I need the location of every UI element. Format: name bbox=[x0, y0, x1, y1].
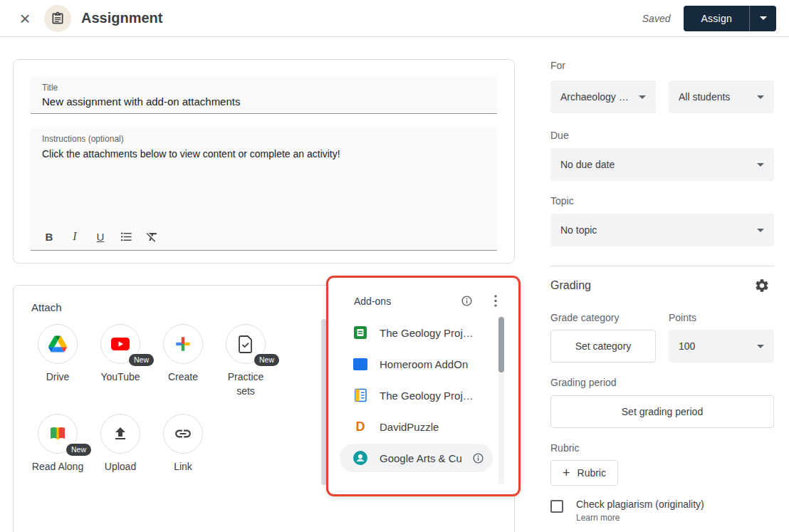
new-badge: New bbox=[66, 444, 91, 456]
assignment-type-badge bbox=[44, 5, 71, 32]
create-plus-icon bbox=[174, 335, 192, 353]
page-title: Assignment bbox=[81, 10, 162, 26]
instructions-field[interactable]: Instructions (optional) Click the attach… bbox=[31, 128, 497, 251]
assign-split-button: Assign bbox=[684, 6, 776, 31]
addons-list: The Geology Proj… Homeroom AddOn The Geo… bbox=[328, 317, 518, 474]
plagiarism-row: Check plagiarism (originality) Learn mor… bbox=[550, 499, 774, 523]
read-along-icon bbox=[48, 425, 67, 442]
chevron-down-icon bbox=[757, 95, 764, 99]
addon-info-button[interactable] bbox=[472, 452, 484, 464]
bulleted-list-icon bbox=[120, 230, 133, 244]
settings-sidebar: For Archaeology … All students Due No du… bbox=[550, 37, 774, 523]
addon-item-davidpuzzle[interactable]: D DavidPuzzle bbox=[328, 411, 518, 442]
attach-practice-sets-button[interactable]: New Practice sets bbox=[214, 324, 277, 398]
underline-button[interactable]: U bbox=[88, 226, 113, 246]
addons-info-button[interactable] bbox=[461, 295, 473, 307]
clear-formatting-button[interactable] bbox=[139, 226, 164, 246]
new-badge: New bbox=[254, 354, 279, 366]
youtube-icon bbox=[110, 336, 130, 352]
assignment-form-card: Title New assignment with add-on attachm… bbox=[13, 59, 515, 264]
bold-button[interactable]: B bbox=[36, 226, 62, 246]
addon-name: The Geology Proj… bbox=[380, 327, 474, 339]
attach-link-button[interactable]: Link bbox=[152, 414, 214, 474]
topbar: × Assignment Saved Assign bbox=[0, 0, 789, 37]
attach-drive-label: Drive bbox=[31, 370, 84, 384]
attach-create-button[interactable]: Create bbox=[152, 324, 214, 398]
rubric-label: Rubric bbox=[550, 442, 774, 454]
grade-category-label: Grade category bbox=[550, 312, 669, 323]
addon-name: DavidPuzzle bbox=[380, 421, 439, 433]
addon-item-arts-culture[interactable]: Google Arts & Cu bbox=[328, 442, 518, 474]
topic-label: Topic bbox=[550, 195, 774, 207]
close-icon[interactable]: × bbox=[13, 6, 37, 31]
davidpuzzle-icon: D bbox=[352, 420, 368, 433]
chevron-down-icon bbox=[757, 229, 764, 232]
title-field[interactable]: Title New assignment with add-on attachm… bbox=[31, 77, 497, 114]
chevron-down-icon bbox=[757, 345, 764, 348]
gear-icon bbox=[754, 278, 770, 293]
bulleted-list-button[interactable] bbox=[113, 226, 139, 246]
drive-icon bbox=[48, 335, 67, 353]
attach-drive-button[interactable]: Drive bbox=[26, 324, 89, 398]
assignment-icon bbox=[51, 11, 65, 26]
chevron-down-icon bbox=[757, 163, 764, 167]
upload-icon bbox=[112, 425, 129, 442]
link-icon bbox=[174, 424, 192, 443]
plus-icon: + bbox=[563, 466, 570, 479]
instructions-input[interactable]: Click the attachments below to view cont… bbox=[42, 148, 486, 160]
addon-name: Homeroom AddOn bbox=[380, 358, 468, 370]
for-label: For bbox=[550, 60, 774, 71]
attach-practice-sets-label: Practice sets bbox=[219, 370, 272, 398]
addons-scrollbar[interactable] bbox=[498, 315, 504, 484]
addon-name: Google Arts & Cu bbox=[380, 452, 462, 464]
addon-item-geology-1[interactable]: The Geology Proj… bbox=[328, 317, 518, 348]
points-label: Points bbox=[669, 312, 696, 323]
grading-period-label: Grading period bbox=[550, 377, 774, 388]
set-category-button[interactable]: Set category bbox=[550, 330, 656, 363]
add-rubric-button[interactable]: + Rubric bbox=[550, 460, 618, 486]
kebab-menu-icon bbox=[494, 295, 497, 307]
addons-more-button[interactable] bbox=[494, 295, 497, 307]
due-label: Due bbox=[550, 130, 774, 141]
points-select[interactable]: 100 bbox=[669, 330, 774, 363]
title-input[interactable]: New assignment with add-on attachments bbox=[42, 95, 486, 108]
new-badge: New bbox=[129, 354, 154, 366]
rich-text-toolbar: B I U bbox=[36, 226, 164, 246]
title-label: Title bbox=[42, 83, 486, 93]
set-grading-period-button[interactable]: Set grading period bbox=[550, 395, 774, 428]
attach-upload-label: Upload bbox=[94, 459, 147, 474]
attach-read-along-label: Read Along bbox=[31, 459, 84, 474]
grading-heading: Grading bbox=[550, 279, 591, 292]
addon-name: The Geology Proj… bbox=[380, 390, 474, 402]
learn-more-link[interactable]: Learn more bbox=[576, 513, 620, 523]
info-icon bbox=[461, 295, 473, 307]
chevron-down-icon bbox=[639, 95, 646, 99]
saved-status: Saved bbox=[642, 13, 671, 24]
attach-youtube-label: YouTube bbox=[94, 370, 147, 384]
assign-dropdown-button[interactable] bbox=[749, 6, 776, 31]
assign-button[interactable]: Assign bbox=[684, 6, 749, 31]
addons-popup: Add-ons The Geology Proj… Homeroom bbox=[328, 278, 518, 494]
topic-select[interactable]: No topic bbox=[550, 214, 774, 246]
class-select[interactable]: Archaeology … bbox=[550, 80, 656, 113]
selected-addon-highlight: Google Arts & Cu bbox=[340, 444, 493, 472]
addons-title: Add-ons bbox=[354, 296, 461, 307]
practice-sets-icon bbox=[237, 335, 254, 353]
attach-read-along-button[interactable]: New Read Along bbox=[26, 414, 89, 474]
dialog-scrollbar[interactable] bbox=[321, 319, 326, 485]
geology-green-icon bbox=[352, 326, 368, 339]
addon-item-geology-2[interactable]: The Geology Proj… bbox=[328, 380, 518, 411]
clear-formatting-icon bbox=[145, 230, 159, 244]
due-date-select[interactable]: No due date bbox=[550, 148, 774, 181]
attach-youtube-button[interactable]: New YouTube bbox=[89, 324, 152, 398]
addon-item-homeroom[interactable]: Homeroom AddOn bbox=[328, 348, 518, 380]
plagiarism-checkbox[interactable] bbox=[550, 500, 563, 513]
homeroom-blue-icon bbox=[352, 358, 368, 370]
italic-button[interactable]: I bbox=[62, 226, 88, 246]
geology-notebook-icon bbox=[352, 388, 368, 402]
attach-create-label: Create bbox=[157, 370, 209, 384]
attach-upload-button[interactable]: Upload bbox=[89, 414, 152, 474]
addons-scrollbar-thumb[interactable] bbox=[498, 317, 504, 372]
students-select[interactable]: All students bbox=[669, 80, 774, 113]
grading-settings-button[interactable] bbox=[754, 278, 770, 293]
